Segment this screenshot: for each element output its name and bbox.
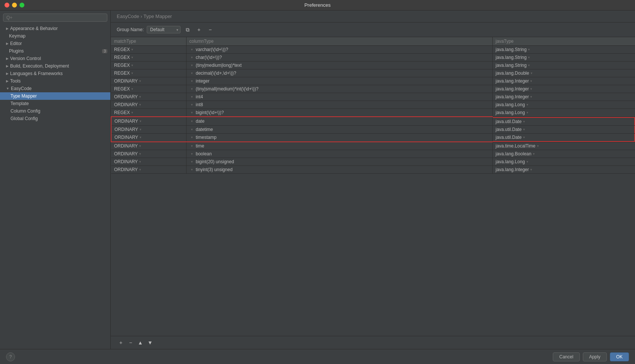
move-down-button[interactable]: ▼ — [146, 338, 154, 347]
java-type-dropdown-arrow[interactable]: ▾ — [529, 168, 534, 171]
match-type-dropdown-arrow[interactable]: ▾ — [130, 71, 135, 75]
match-type-value: ORDINARY — [114, 78, 138, 84]
minimize-button[interactable] — [12, 3, 17, 8]
match-type-value: REGEX — [114, 71, 130, 76]
match-type-dropdown-arrow[interactable]: ▾ — [130, 111, 135, 114]
java-type-dropdown-arrow[interactable]: ▾ — [531, 152, 536, 156]
sidebar-item-plugins[interactable]: Plugins 3 — [0, 47, 110, 55]
column-type-dropdown-arrow[interactable]: ▾ — [190, 168, 194, 171]
column-type-dropdown-arrow[interactable]: ▾ — [190, 79, 194, 83]
table-row[interactable]: REGEX▾▾decimal(\(\d+,\d+\))?java.lang.Do… — [111, 69, 635, 77]
sidebar-item-languages[interactable]: ▶ Languages & Frameworks — [0, 70, 110, 77]
add-row-button[interactable]: + — [117, 338, 125, 347]
table-row[interactable]: REGEX▾▾bigint(\(\d+\))?java.lang.Long▾ — [111, 109, 635, 117]
table-row[interactable]: ORDINARY▾▾int4java.lang.Integer▾ — [111, 93, 635, 101]
java-type-dropdown-arrow[interactable]: ▾ — [525, 111, 530, 114]
java-type-dropdown-arrow[interactable]: ▾ — [525, 160, 530, 164]
help-button[interactable]: ? — [6, 352, 15, 361]
match-type-dropdown-arrow[interactable]: ▾ — [138, 135, 143, 139]
table-row[interactable]: ORDINARY▾▾integerjava.lang.Integer▾ — [111, 77, 635, 85]
column-type-dropdown-arrow[interactable]: ▾ — [190, 95, 194, 99]
column-type-dropdown-arrow[interactable]: ▾ — [190, 48, 194, 51]
column-type-dropdown-arrow[interactable]: ▾ — [190, 128, 194, 131]
table-row[interactable]: ORDINARY▾▾bigint(20) unsignedjava.lang.L… — [111, 158, 635, 166]
column-type-dropdown-arrow[interactable]: ▾ — [190, 56, 194, 59]
column-type-dropdown-arrow[interactable]: ▾ — [190, 160, 194, 164]
sidebar-item-type-mapper[interactable]: Type Mapper — [0, 92, 110, 100]
sidebar-item-build[interactable]: ▶ Build, Execution, Deployment — [0, 62, 110, 70]
table-row[interactable]: ORDINARY▾▾datetimejava.util.Date▾ — [111, 125, 635, 133]
cancel-button[interactable]: Cancel — [553, 352, 579, 361]
java-type-dropdown-arrow[interactable]: ▾ — [529, 79, 534, 83]
cell-column-type: ▾datetime — [186, 125, 492, 133]
java-type-dropdown-arrow[interactable]: ▾ — [522, 128, 527, 131]
match-type-dropdown-arrow[interactable]: ▾ — [138, 79, 143, 83]
search-input[interactable] — [3, 14, 107, 22]
sidebar-item-tools[interactable]: ▶ Tools — [0, 77, 110, 85]
table-row[interactable]: ORDINARY▾▾int8java.lang.Long▾ — [111, 101, 635, 109]
match-type-dropdown-arrow[interactable]: ▾ — [138, 144, 143, 148]
apply-button[interactable]: Apply — [583, 352, 607, 361]
match-type-dropdown-arrow[interactable]: ▾ — [138, 103, 143, 107]
move-up-button[interactable]: ▲ — [136, 338, 144, 347]
add-group-button[interactable]: + — [195, 26, 203, 34]
match-type-dropdown-arrow[interactable]: ▾ — [138, 128, 143, 131]
column-type-dropdown-arrow[interactable]: ▾ — [190, 71, 194, 75]
sidebar-item-appearance[interactable]: ▶ Appearance & Behavior — [0, 25, 110, 32]
ok-button[interactable]: OK — [610, 352, 629, 361]
table-row[interactable]: ORDINARY▾▾datejava.util.Date▾ — [111, 117, 635, 125]
java-type-dropdown-arrow[interactable]: ▾ — [525, 103, 530, 107]
sidebar-item-column-config[interactable]: Column Config — [0, 107, 110, 115]
match-type-dropdown-arrow[interactable]: ▾ — [130, 56, 135, 59]
match-type-value: ORDINARY — [114, 143, 138, 149]
maximize-button[interactable] — [20, 3, 24, 8]
column-type-dropdown-arrow[interactable]: ▾ — [190, 152, 194, 156]
group-select[interactable]: Default — [147, 26, 181, 33]
column-type-dropdown-arrow[interactable]: ▾ — [190, 111, 194, 114]
table-row[interactable]: REGEX▾▾(tiny|medium|long)*textjava.lang.… — [111, 62, 635, 69]
column-type-dropdown-arrow[interactable]: ▾ — [190, 144, 194, 148]
match-type-dropdown-arrow[interactable]: ▾ — [130, 87, 135, 91]
match-type-dropdown-arrow[interactable]: ▾ — [138, 160, 143, 164]
match-type-dropdown-arrow[interactable]: ▾ — [138, 152, 143, 156]
java-type-dropdown-arrow[interactable]: ▾ — [522, 135, 527, 139]
column-type-dropdown-arrow[interactable]: ▾ — [190, 119, 194, 123]
java-type-dropdown-arrow[interactable]: ▾ — [536, 144, 540, 148]
sidebar-item-easycode[interactable]: ▼ EasyCode — [0, 85, 110, 92]
sidebar-item-keymap[interactable]: Keymap — [0, 32, 110, 40]
table-row[interactable]: ORDINARY▾▾timestampjava.util.Date▾ — [111, 133, 635, 142]
sidebar-item-editor[interactable]: ▶ Editor — [0, 40, 110, 47]
sidebar-item-label: Type Mapper — [11, 93, 37, 99]
cell-column-type: ▾bigint(\(\d+\))? — [186, 109, 492, 117]
column-type-dropdown-arrow[interactable]: ▾ — [190, 135, 194, 139]
table-row[interactable]: REGEX▾▾(tiny|small|medium)*int(\(\d+\))?… — [111, 85, 635, 93]
table-row[interactable]: ORDINARY▾▾timejava.time.LocalTime▾ — [111, 142, 635, 150]
match-type-dropdown-arrow[interactable]: ▾ — [130, 63, 135, 67]
remove-group-button[interactable]: − — [206, 26, 214, 34]
table-row[interactable]: REGEX▾▾char(\(\d+\))?java.lang.String▾ — [111, 54, 635, 62]
table-row[interactable]: ORDINARY▾▾booleanjava.lang.Boolean▾ — [111, 150, 635, 158]
column-type-dropdown-arrow[interactable]: ▾ — [190, 63, 194, 67]
java-type-dropdown-arrow[interactable]: ▾ — [529, 95, 534, 99]
sidebar-item-global-config[interactable]: Global Config — [0, 115, 110, 122]
match-type-dropdown-arrow[interactable]: ▾ — [138, 95, 143, 99]
sidebar-item-template[interactable]: Template — [0, 100, 110, 107]
column-type-dropdown-arrow[interactable]: ▾ — [190, 87, 194, 91]
java-type-dropdown-arrow[interactable]: ▾ — [529, 71, 534, 75]
match-type-dropdown-arrow[interactable]: ▾ — [138, 168, 143, 171]
copy-group-button[interactable]: ⧉ — [184, 26, 192, 34]
java-type-dropdown-arrow[interactable]: ▾ — [527, 48, 531, 51]
sidebar-item-version-control[interactable]: ▶ Version Control — [0, 55, 110, 62]
close-button[interactable] — [5, 3, 9, 8]
column-type-dropdown-arrow[interactable]: ▾ — [190, 103, 194, 107]
java-type-dropdown-arrow[interactable]: ▾ — [527, 63, 531, 67]
java-type-dropdown-arrow[interactable]: ▾ — [529, 87, 534, 91]
match-type-dropdown-arrow[interactable]: ▾ — [130, 48, 135, 51]
remove-row-button[interactable]: − — [126, 338, 135, 347]
java-type-dropdown-arrow[interactable]: ▾ — [527, 56, 531, 59]
match-type-dropdown-arrow[interactable]: ▾ — [138, 119, 143, 123]
cell-java-type: java.lang.Integer▾ — [493, 77, 635, 85]
table-row[interactable]: REGEX▾▾varchar(\(\d+\))?java.lang.String… — [111, 46, 635, 54]
java-type-dropdown-arrow[interactable]: ▾ — [522, 120, 527, 123]
table-row[interactable]: ORDINARY▾▾tinyint(3) unsignedjava.lang.I… — [111, 166, 635, 174]
